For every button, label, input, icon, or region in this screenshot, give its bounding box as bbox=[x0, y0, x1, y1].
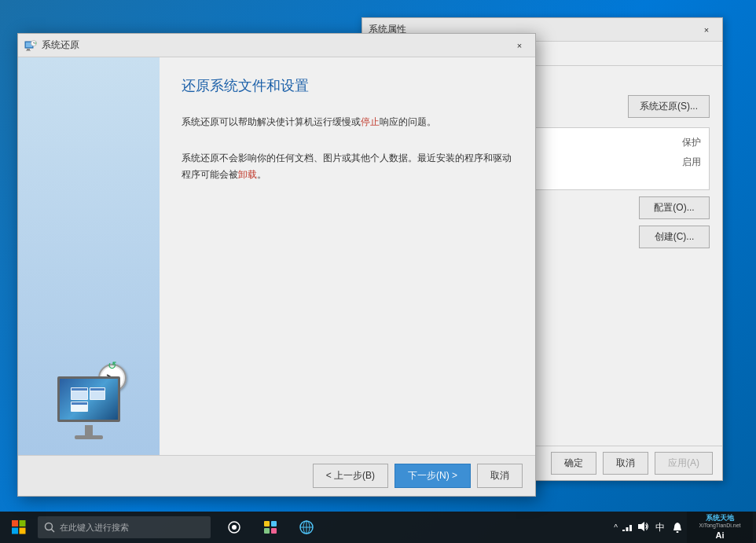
svg-rect-9 bbox=[72, 391, 87, 399]
notification-bell-icon[interactable] bbox=[671, 521, 684, 534]
restore-heading: 还原系统文件和设置 bbox=[182, 76, 513, 95]
volume-icon bbox=[637, 520, 649, 533]
restore-desc2: 系统还原不会影响你的任何文档、图片或其他个人数据。最近安装的程序和驱动程序可能会… bbox=[182, 150, 513, 184]
svg-rect-8 bbox=[72, 388, 87, 391]
restore-dialog: 系统还原 × bbox=[17, 33, 536, 497]
highlight-uninstall: 卸载 bbox=[238, 169, 257, 180]
svg-marker-34 bbox=[638, 522, 644, 531]
svg-rect-2 bbox=[27, 49, 30, 50]
restore-footer: < 上一步(B) 下一步(N) > 取消 bbox=[18, 455, 535, 496]
network-status-icon bbox=[621, 520, 633, 533]
svg-rect-11 bbox=[90, 388, 105, 391]
monitor-screen-inner bbox=[60, 379, 118, 420]
network-tray-icon[interactable] bbox=[621, 520, 633, 535]
volume-tray-icon[interactable] bbox=[637, 520, 649, 535]
restore-sidebar: ↺ bbox=[18, 57, 160, 455]
restore-title-left: 系统还原 bbox=[24, 39, 79, 52]
svg-point-19 bbox=[46, 523, 53, 530]
create-btn[interactable]: 创建(C)... bbox=[639, 226, 710, 248]
taskbar-right: ^ 中 bbox=[614, 512, 756, 543]
svg-rect-14 bbox=[72, 402, 87, 405]
task-view-icon bbox=[227, 520, 241, 534]
svg-rect-18 bbox=[20, 528, 26, 534]
svg-point-22 bbox=[232, 525, 237, 530]
restore-cancel-btn[interactable]: 取消 bbox=[477, 464, 523, 488]
windows-logo-icon bbox=[12, 520, 26, 534]
monitor-screen bbox=[57, 376, 120, 422]
svg-rect-23 bbox=[264, 521, 270, 526]
news-title: 系统天地 bbox=[706, 514, 734, 523]
system-restore-btn[interactable]: 系统还原(S)... bbox=[628, 95, 710, 118]
restore-sidebar-art: ↺ bbox=[50, 376, 128, 439]
restore-win-controls: × bbox=[510, 38, 529, 53]
svg-rect-3 bbox=[26, 50, 31, 51]
restore-main-content: 还原系统文件和设置 系统还原可以帮助解决使计算机运行缓慢或停止响应的问题。 系统… bbox=[160, 57, 535, 455]
news-branding[interactable]: 系统天地 XiTongTianDi.net Ai bbox=[687, 512, 753, 543]
taskbar-center-icons bbox=[217, 512, 324, 543]
monitor-base bbox=[75, 435, 103, 439]
svg-rect-31 bbox=[622, 530, 625, 531]
globe-icon bbox=[298, 519, 315, 536]
svg-rect-32 bbox=[626, 527, 629, 531]
svg-rect-35 bbox=[677, 531, 679, 533]
svg-rect-26 bbox=[271, 528, 277, 534]
screen-content-icon bbox=[69, 386, 108, 413]
next-btn[interactable]: 下一步(N) > bbox=[395, 464, 471, 488]
svg-rect-33 bbox=[629, 525, 632, 531]
task-view-btn[interactable] bbox=[217, 512, 251, 543]
tray-chevron[interactable]: ^ bbox=[614, 523, 618, 532]
task-manager-icon-btn[interactable] bbox=[253, 512, 288, 543]
sys-props-close-btn[interactable]: × bbox=[697, 22, 716, 38]
desktop: 系统属性 × 远程 统更改。 系统还原(S)... 保护 启用 bbox=[0, 0, 756, 543]
svg-rect-16 bbox=[20, 520, 26, 526]
svg-rect-24 bbox=[271, 521, 277, 526]
config-btn[interactable]: 配置(O)... bbox=[639, 196, 710, 219]
restore-close-btn[interactable]: × bbox=[510, 38, 529, 53]
ok-btn[interactable]: 确定 bbox=[551, 452, 596, 475]
taskbar: 在此键入进行搜索 bbox=[0, 512, 756, 543]
taskbar-search[interactable]: 在此键入进行搜索 bbox=[38, 516, 211, 538]
language-indicator[interactable]: 中 bbox=[652, 521, 668, 534]
search-icon bbox=[44, 522, 55, 533]
svg-rect-12 bbox=[90, 391, 105, 399]
clock-restore-arrow: ↺ bbox=[108, 359, 117, 372]
restore-desc1: 系统还原可以帮助解决使计算机运行缓慢或停止响应的问题。 bbox=[182, 114, 513, 131]
start-button[interactable] bbox=[0, 512, 38, 543]
window-controls: × bbox=[697, 22, 716, 38]
network-icon-btn[interactable] bbox=[289, 512, 324, 543]
svg-line-20 bbox=[52, 530, 55, 533]
news-url: XiTongTianDi.net bbox=[699, 523, 740, 529]
svg-rect-15 bbox=[12, 520, 18, 526]
monitor-illustration: ↺ bbox=[50, 376, 128, 439]
prev-btn[interactable]: < 上一步(B) bbox=[313, 464, 388, 488]
file-manager-icon bbox=[262, 519, 279, 536]
monitor-stand bbox=[85, 425, 93, 436]
restore-body: ↺ bbox=[18, 57, 535, 455]
svg-rect-25 bbox=[264, 528, 270, 534]
restore-titlebar: 系统还原 × bbox=[18, 34, 535, 57]
highlight-stop: 停止 bbox=[361, 116, 380, 127]
restore-title-icon bbox=[24, 39, 37, 52]
search-placeholder: 在此键入进行搜索 bbox=[60, 522, 129, 534]
cancel-btn[interactable]: 取消 bbox=[603, 452, 648, 475]
restore-dialog-title: 系统还原 bbox=[42, 39, 79, 52]
svg-rect-17 bbox=[12, 528, 18, 534]
apply-btn[interactable]: 应用(A) bbox=[655, 452, 713, 475]
ai-label: Ai bbox=[715, 530, 724, 541]
